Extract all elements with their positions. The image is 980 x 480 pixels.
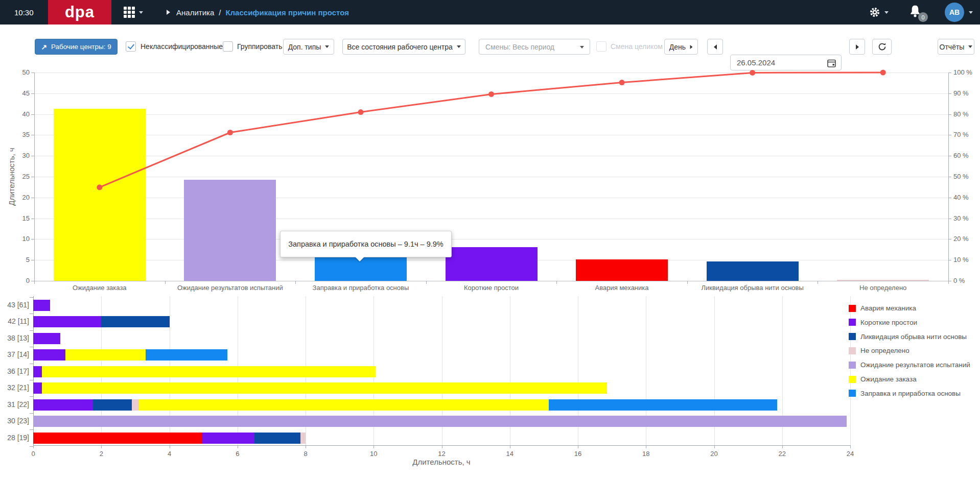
pareto-category-label: Ожидание заказа (34, 284, 165, 292)
stacked-x-tick-label: 16 (570, 450, 586, 458)
pareto-y2-tick-label: 60 % (953, 152, 969, 159)
stacked-row-label: 28 [19] (2, 434, 29, 442)
pareto-y2-tick-label: 100 % (953, 68, 972, 76)
pareto-y-tick-label: 5 (9, 256, 30, 263)
pareto-line-point[interactable] (619, 80, 625, 85)
pareto-y-tick-label: 0 (9, 277, 30, 284)
pareto-line-point[interactable] (227, 130, 233, 135)
stacked-bar-segment[interactable] (254, 433, 300, 444)
stacked-bar-segment[interactable] (33, 300, 50, 311)
legend-label: Заправка и приработка основы (860, 390, 961, 397)
pareto-y2-tick-label: 10 % (953, 256, 969, 263)
stacked-bar-segment[interactable] (101, 316, 169, 327)
pareto-bottom-axis (34, 281, 948, 281)
stacked-x-tick-label: 24 (843, 450, 858, 458)
stacked-bar-segment[interactable] (146, 349, 227, 361)
stacked-row-tick (30, 413, 33, 414)
legend-item[interactable]: Авария механика (849, 304, 916, 312)
stacked-bar-segment[interactable] (33, 316, 101, 327)
pareto-y2-tick-label: 40 % (953, 194, 969, 201)
pareto-y2-tick-label: 30 % (953, 214, 969, 222)
stacked-x-tick-label: 0 (26, 450, 41, 458)
pareto-bar[interactable] (576, 259, 668, 281)
pareto-y-tick-label: 10 (9, 235, 30, 243)
legend-label: Авария механика (860, 304, 916, 312)
charts-area: Длительность, ч Длительность, ч 05101520… (0, 0, 980, 480)
pareto-y-tick-label: 15 (9, 214, 30, 222)
stacked-bar-segment[interactable] (93, 399, 132, 411)
stacked-bar-segment[interactable] (139, 399, 549, 411)
stacked-bar-segment[interactable] (33, 382, 42, 394)
pareto-line-point[interactable] (488, 91, 494, 97)
pareto-category-label: Не определено (818, 284, 948, 292)
stacked-bar-segment[interactable] (300, 433, 306, 444)
legend-swatch (849, 333, 856, 340)
stacked-bar-segment[interactable] (65, 349, 146, 361)
pareto-category-label: Ожидание результатов испытаний (165, 284, 296, 292)
stacked-bar-segment[interactable] (33, 366, 42, 377)
pareto-y-tick-label: 30 (9, 152, 30, 159)
pareto-gridline (34, 135, 948, 135)
pareto-y-tick-label: 20 (9, 194, 30, 201)
stacked-bar-segment[interactable] (33, 333, 60, 344)
stacked-bar-segment[interactable] (33, 349, 65, 361)
stacked-row-label: 37 [14] (2, 350, 29, 358)
stacked-row-tick (30, 396, 33, 397)
pareto-gridline (34, 73, 948, 73)
stacked-row-label: 38 [13] (2, 334, 29, 342)
legend-swatch (849, 376, 856, 383)
legend-item[interactable]: Заправка и приработка основы (849, 390, 961, 397)
pareto-gridline (34, 93, 948, 94)
stacked-bar-segment[interactable] (33, 416, 847, 427)
stacked-x-tick-label: 8 (298, 450, 313, 458)
legend-item[interactable]: Короткие простои (849, 319, 917, 326)
stacked-bar-segment[interactable] (42, 382, 607, 394)
pareto-y-tick-label: 50 (9, 68, 30, 76)
chart-tooltip: Заправка и приработка основы – 9.1ч – 9.… (280, 231, 452, 257)
pareto-left-axis (34, 73, 35, 284)
legend-swatch (849, 347, 856, 354)
legend-item[interactable]: Ожидание заказа (849, 375, 917, 383)
pareto-category-label: Заправка и приработка основы (295, 284, 426, 292)
stacked-bar-segment[interactable] (33, 399, 93, 411)
pareto-y-tick-label: 45 (9, 89, 30, 97)
stacked-x-tick-label: 20 (707, 450, 722, 458)
stacked-row-tick (30, 446, 33, 447)
stacked-row-label: 36 [17] (2, 367, 29, 375)
legend-item[interactable]: Ожидание результатов испытаний (849, 361, 970, 369)
pareto-category-label: Короткие простои (426, 284, 557, 292)
stacked-x-tick (850, 445, 851, 448)
legend-swatch (849, 319, 856, 326)
pareto-y-tick-label: 25 (9, 173, 30, 180)
legend-item[interactable]: Не определено (849, 347, 909, 354)
legend-item[interactable]: Ликвидация обрыва нити основы (849, 333, 967, 341)
pareto-right-axis (948, 73, 949, 284)
legend-label: Ликвидация обрыва нити основы (860, 333, 967, 341)
pareto-bar[interactable] (707, 261, 799, 281)
tooltip-text: Заправка и приработка основы – 9.1ч – 9.… (288, 240, 444, 248)
pareto-category-tick (948, 281, 949, 284)
pareto-y-tick-label: 40 (9, 110, 30, 118)
stacked-row-tick (30, 429, 33, 430)
legend-label: Ожидание результатов испытаний (860, 361, 970, 369)
pareto-y2-tick-label: 20 % (953, 235, 969, 243)
pareto-gridline (34, 198, 948, 198)
stacked-bar-segment[interactable] (202, 433, 254, 444)
stacked-row-label: 32 [21] (2, 383, 29, 392)
pareto-bar[interactable] (446, 247, 538, 281)
legend-label: Короткие простои (860, 319, 917, 326)
stacked-x-tick-label: 14 (502, 450, 518, 458)
pareto-y2-tick-label: 80 % (953, 110, 969, 118)
pareto-bar[interactable] (184, 180, 276, 281)
stacked-bar-segment[interactable] (549, 399, 777, 411)
stacked-row-tick (30, 380, 33, 380)
stacked-row-tick (30, 314, 33, 314)
stacked-row-label: 42 [11] (2, 317, 29, 325)
stacked-bar-segment[interactable] (33, 433, 202, 444)
stacked-bar-segment[interactable] (132, 399, 138, 411)
stacked-bar-segment[interactable] (42, 366, 376, 377)
pareto-bar[interactable] (837, 280, 929, 281)
pareto-bar[interactable] (54, 109, 146, 281)
legend-swatch (849, 390, 856, 397)
pareto-y2-tick-label: 0 % (953, 277, 965, 284)
